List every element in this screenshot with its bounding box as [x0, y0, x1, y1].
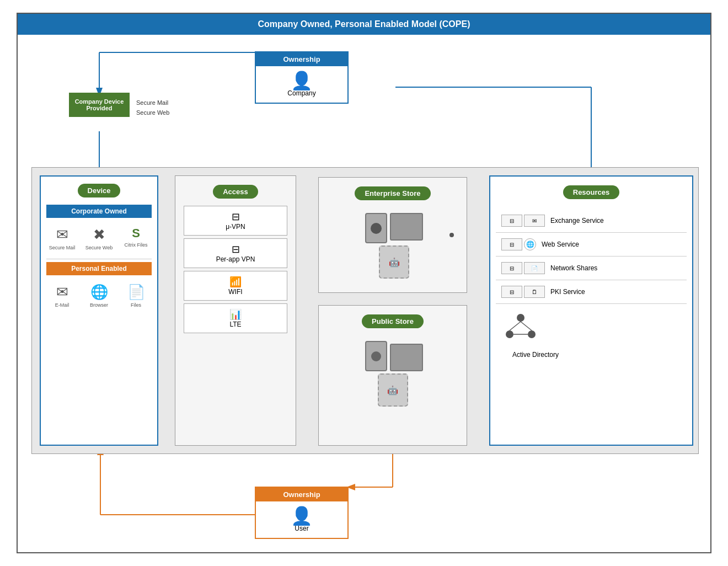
- personal-enabled-label: Personal Enabled: [46, 262, 152, 275]
- email-icon: ✉ E-Mail: [47, 284, 77, 308]
- device-provided-label: Company Device Provided: [75, 98, 124, 111]
- ownership-company-title: Ownership: [283, 55, 320, 63]
- resources-badge-container: Resources: [490, 177, 692, 204]
- public-store-badge-container: Public Store: [319, 306, 467, 333]
- device-provided-box: Company Device Provided: [69, 93, 130, 117]
- wifi-label: WIFI: [228, 288, 242, 296]
- per-app-vpn-item: ⊟ Per-app VPN: [184, 238, 287, 268]
- browser-icon: 🌐 Browser: [84, 284, 114, 308]
- ownership-user-box: Ownership 👤 User: [255, 487, 349, 539]
- main-container: Company Owned, Personal Enabled Model (C…: [17, 13, 711, 553]
- pki-service-item: ⊟ 🗒 PKI Service: [490, 283, 692, 301]
- device-labels: Secure Mail Secure Web: [136, 98, 169, 118]
- lte-icon: 📊: [190, 308, 281, 321]
- per-app-vpn-label: Per-app VPN: [216, 255, 255, 263]
- enterprise-store-badge: Enterprise Store: [355, 186, 430, 200]
- exchange-icon-envelope: ✉: [524, 215, 545, 227]
- diagram-area: Ownership 👤 Company Company Device Provi…: [18, 35, 710, 550]
- ad-nodes-svg: [504, 312, 537, 343]
- uvpn-label: μ-VPN: [226, 223, 245, 231]
- ownership-company-label: Company: [259, 89, 345, 97]
- ownership-user-label: User: [259, 525, 345, 532]
- network-icon-doc: 📄: [524, 262, 545, 274]
- network-shares-item: ⊟ 📄 Network Shares: [490, 259, 692, 277]
- company-person-icon: 👤: [259, 72, 345, 89]
- exchange-icon-box: ⊟: [501, 215, 522, 227]
- svg-line-29: [521, 322, 532, 330]
- svg-point-27: [528, 330, 536, 338]
- svg-point-25: [517, 314, 524, 322]
- title-bar: Company Owned, Personal Enabled Model (C…: [18, 14, 710, 35]
- network-icon-box: ⊟: [501, 262, 522, 274]
- store-phone-1: [365, 213, 387, 243]
- sep-pki: [496, 303, 687, 304]
- enterprise-store-devices: 🤖: [319, 205, 467, 287]
- enterprise-store-badge-container: Enterprise Store: [319, 178, 467, 205]
- ownership-user-body: 👤 User: [256, 501, 347, 538]
- secure-mail-icon: ✉ Secure Mail: [47, 226, 77, 250]
- ad-icon: [501, 309, 540, 345]
- ownership-company-body: 👤 Company: [256, 66, 347, 103]
- web-service-item: ⊟ 🌐 Web Service: [490, 236, 692, 253]
- public-store-badge: Public Store: [362, 314, 424, 328]
- device-badge: Device: [78, 184, 121, 197]
- citrix-files-icon: S Citrix Files: [121, 226, 151, 250]
- web-icon-box: ⊟: [501, 238, 522, 250]
- wifi-item: 📶 WIFI: [184, 271, 287, 301]
- resources-section: Resources ⊟ ✉ Exchange Service ⊟ 🌐 W: [489, 175, 693, 446]
- pki-icon-cert: 🗒: [524, 286, 545, 298]
- sep-network: [496, 280, 687, 280]
- enterprise-store-section: Enterprise Store 🤖: [318, 177, 467, 293]
- pki-icon-box: ⊟: [501, 286, 522, 298]
- ownership-company-header: Ownership: [256, 52, 347, 66]
- svg-point-26: [506, 330, 513, 338]
- device-label-1: Secure Mail: [136, 98, 169, 108]
- store-tablet-1: [390, 213, 423, 241]
- store-tablet-2: [390, 344, 423, 371]
- ownership-user-header: Ownership: [256, 488, 347, 501]
- resources-badge: Resources: [563, 185, 619, 199]
- access-badge: Access: [213, 185, 258, 199]
- sep-exchange: [496, 232, 687, 233]
- access-section: Access ⊟ μ-VPN ⊟ Per-app VPN 📶 WIFI 📊 LT…: [175, 175, 296, 446]
- active-directory-item: Active Directory: [490, 307, 692, 361]
- uvpn-icon: ⊟: [190, 211, 281, 223]
- access-badge-container: Access: [175, 176, 296, 203]
- store-phone-2: [365, 341, 387, 371]
- device-badge-container: Device: [41, 177, 157, 202]
- ownership-user-title: Ownership: [283, 490, 320, 499]
- lte-label: LTE: [229, 321, 241, 328]
- network-shares-label: Network Shares: [550, 264, 597, 272]
- secure-web-icon: ✖ Secure Web: [84, 226, 114, 250]
- svg-line-28: [510, 322, 521, 330]
- corporate-owned-label: Corporate Owned: [46, 205, 152, 218]
- store-android-1: 🤖: [379, 245, 409, 279]
- store-android-2: 🤖: [378, 373, 408, 407]
- uvpn-item: ⊟ μ-VPN: [184, 206, 287, 236]
- separator-1: [46, 259, 152, 259]
- web-service-label: Web Service: [542, 241, 579, 248]
- page-title: Company Owned, Personal Enabled Model (C…: [258, 19, 470, 29]
- wifi-icon: 📶: [190, 276, 281, 288]
- web-icon-globe: 🌐: [524, 238, 536, 250]
- device-label-2: Secure Web: [136, 108, 169, 118]
- device-section: Device Corporate Owned ✉ Secure Mail ✖ S…: [40, 175, 158, 446]
- exchange-service-label: Exchange Service: [550, 217, 604, 225]
- files-icon: 📄 Files: [121, 284, 151, 308]
- user-person-icon: 👤: [259, 507, 345, 525]
- active-directory-label: Active Directory: [501, 351, 559, 359]
- personal-apps-row: ✉ E-Mail 🌐 Browser 📄 Files: [41, 278, 157, 313]
- ownership-company-box: Ownership 👤 Company: [255, 51, 349, 104]
- sep-web: [496, 256, 687, 257]
- public-store-devices: 🤖: [319, 333, 467, 415]
- exchange-service-item: ⊟ ✉ Exchange Service: [490, 212, 692, 229]
- pki-service-label: PKI Service: [550, 288, 585, 296]
- corporate-apps-row: ✉ Secure Mail ✖ Secure Web S Citrix File…: [41, 221, 157, 256]
- lte-item: 📊 LTE: [184, 303, 287, 333]
- public-store-section: Public Store 🤖: [318, 305, 467, 446]
- per-app-vpn-icon: ⊟: [190, 243, 281, 255]
